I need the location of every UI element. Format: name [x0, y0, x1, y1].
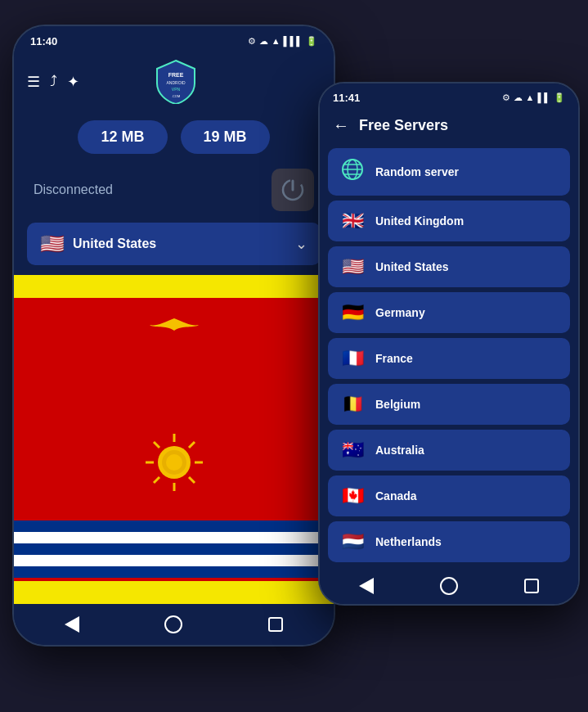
- phone1: 11:40 ⚙ ☁ ▲ ▌▌▌ 🔋 ☰ ⤴ ✦ FREE ANDROID: [12, 25, 335, 647]
- wifi-icon-1: ▲: [272, 36, 281, 46]
- logo-area: FREE ANDROID VPN .COM: [155, 59, 196, 104]
- server-flag-ca: 🇨🇦: [339, 485, 366, 507]
- battery-icon-2: 🔋: [554, 92, 565, 103]
- status-bar-2: 11:41 ⚙ ☁ ▲ ▌▌ 🔋: [320, 83, 578, 108]
- settings-icon-2: ⚙: [502, 92, 510, 103]
- svg-text:ANDROID: ANDROID: [166, 80, 185, 85]
- back-button-2[interactable]: ←: [333, 116, 349, 135]
- svg-rect-19: [14, 543, 334, 555]
- battery-icon-1: 🔋: [306, 36, 317, 47]
- svg-text:FREE: FREE: [168, 72, 183, 78]
- top-nav-1: ☰ ⤴ ✦ FREE ANDROID VPN .COM: [14, 52, 334, 110]
- waves-svg: [14, 520, 334, 578]
- logo-shield: FREE ANDROID VPN .COM: [155, 59, 196, 104]
- server-item-random[interactable]: Random server: [328, 148, 570, 196]
- home-button-phone2[interactable]: [440, 577, 458, 595]
- wifi-icon-2: ▲: [526, 92, 535, 102]
- server-name-be: Belgium: [375, 398, 420, 411]
- server-item-ca[interactable]: 🇨🇦 Canada: [328, 475, 570, 516]
- connection-status: Disconnected: [34, 183, 113, 197]
- server-item-uk[interactable]: 🇬🇧 United Kingdom: [328, 201, 570, 241]
- signal-icon-1: ▌▌▌: [284, 36, 303, 46]
- svg-rect-21: [14, 566, 334, 578]
- server-list: Random server 🇬🇧 United Kingdom 🇺🇸 Unite…: [320, 143, 578, 568]
- home-button-1[interactable]: [164, 615, 182, 633]
- cloud-icon-1: ☁: [259, 36, 268, 47]
- recents-button-phone2[interactable]: [524, 579, 539, 593]
- flag-display: [14, 275, 334, 604]
- power-icon: [281, 178, 305, 202]
- server-flag-random: [339, 158, 366, 186]
- flag-bird: [150, 318, 199, 343]
- server-name-de: Germany: [375, 306, 425, 319]
- download-stat: 12 MB: [78, 120, 167, 154]
- star-icon[interactable]: ✦: [67, 73, 79, 91]
- recents-button-1[interactable]: [268, 617, 283, 632]
- cloud-icon-2: ☁: [514, 92, 523, 103]
- country-name-1: United States: [73, 237, 287, 251]
- server-name-fr: France: [375, 352, 413, 365]
- svg-line-13: [154, 477, 159, 483]
- country-flag-1: 🇺🇸: [40, 232, 65, 255]
- server-item-be[interactable]: 🇧🇪 Belgium: [328, 384, 570, 425]
- server-name-ca: Canada: [375, 489, 417, 502]
- power-button[interactable]: [272, 169, 314, 211]
- svg-rect-17: [14, 520, 334, 532]
- svg-line-11: [189, 477, 195, 483]
- status-icons-2: ⚙ ☁ ▲ ▌▌ 🔋: [502, 92, 565, 103]
- server-flag-nl: 🇳🇱: [339, 531, 366, 552]
- phone2-screen: 11:41 ⚙ ☁ ▲ ▌▌ 🔋 ← Free Servers: [320, 83, 578, 604]
- status-bar-1: 11:40 ⚙ ☁ ▲ ▌▌▌ 🔋: [14, 26, 334, 52]
- upload-stat: 19 MB: [181, 120, 270, 154]
- back-button-phone2[interactable]: [359, 578, 374, 594]
- server-flag-us: 🇺🇸: [339, 256, 366, 277]
- flag-red-section: [14, 298, 334, 581]
- server-item-de[interactable]: 🇩🇪 Germany: [328, 292, 570, 333]
- server-item-fr[interactable]: 🇫🇷 France: [328, 338, 570, 379]
- settings-icon-1: ⚙: [248, 36, 256, 47]
- servers-header: ← Free Servers: [320, 108, 578, 143]
- share-icon[interactable]: ⤴: [50, 73, 57, 90]
- server-name-us: United States: [375, 260, 448, 273]
- back-button-1[interactable]: [65, 616, 79, 633]
- globe-icon: [341, 158, 364, 181]
- svg-rect-20: [14, 555, 334, 566]
- flag-yellow-top: [14, 275, 334, 298]
- disconnected-row: Disconnected: [14, 164, 334, 223]
- server-flag-de: 🇩🇪: [339, 302, 366, 323]
- nav-icons-left: ☰ ⤴ ✦: [27, 73, 79, 91]
- server-flag-au: 🇦🇺: [339, 439, 366, 461]
- flag-yellow-bottom: [14, 581, 334, 604]
- svg-text:.COM: .COM: [171, 94, 179, 98]
- server-flag-fr: 🇫🇷: [339, 348, 366, 369]
- sun-svg: [141, 430, 207, 495]
- time-display-1: 11:40: [30, 35, 57, 47]
- svg-line-10: [154, 442, 159, 448]
- server-item-us[interactable]: 🇺🇸 United States: [328, 246, 570, 287]
- chevron-down-icon: ⌄: [295, 235, 307, 253]
- phone2: 11:41 ⚙ ☁ ▲ ▌▌ 🔋 ← Free Servers: [318, 82, 580, 606]
- status-icons-1: ⚙ ☁ ▲ ▌▌▌ 🔋: [248, 36, 317, 47]
- server-item-nl[interactable]: 🇳🇱 Netherlands: [328, 521, 570, 562]
- stats-row: 12 MB 19 MB: [14, 110, 334, 164]
- server-name-random: Random server: [375, 165, 459, 178]
- server-name-au: Australia: [375, 444, 424, 457]
- time-display-2: 11:41: [333, 92, 360, 104]
- servers-title: Free Servers: [359, 117, 448, 134]
- svg-point-16: [166, 454, 182, 471]
- phone1-screen: 11:40 ⚙ ☁ ▲ ▌▌▌ 🔋 ☰ ⤴ ✦ FREE ANDROID: [14, 26, 334, 645]
- server-flag-be: 🇧🇪: [339, 394, 366, 415]
- svg-rect-18: [14, 532, 334, 543]
- bottom-nav-1: [14, 604, 334, 645]
- signal-icon-2: ▌▌: [537, 92, 550, 102]
- server-name-uk: United Kingdom: [375, 214, 464, 228]
- server-item-au[interactable]: 🇦🇺 Australia: [328, 430, 570, 471]
- bottom-nav-2: [320, 568, 578, 604]
- svg-line-12: [189, 442, 195, 448]
- country-selector[interactable]: 🇺🇸 United States ⌄: [27, 223, 321, 265]
- menu-icon[interactable]: ☰: [27, 73, 40, 91]
- server-flag-uk: 🇬🇧: [339, 210, 366, 232]
- svg-text:VPN: VPN: [171, 87, 180, 92]
- flag-sun: [141, 430, 207, 498]
- flag-waves: [14, 520, 334, 581]
